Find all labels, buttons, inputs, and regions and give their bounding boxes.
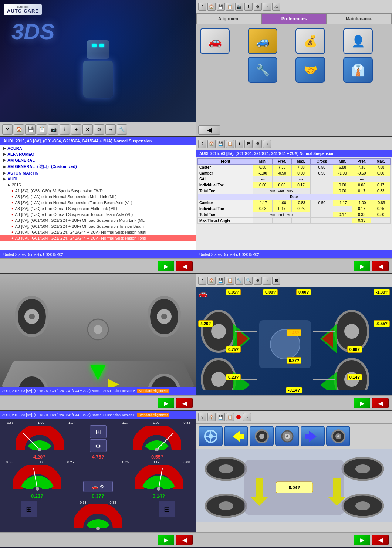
toolbar-wrench[interactable]: 🔧	[117, 124, 127, 135]
spec-total-toe-spacer	[311, 188, 333, 194]
p6-camera[interactable]: 🔧	[235, 277, 243, 285]
vehicle-list[interactable]: ▶ ACURA ▶ ALFA ROMEO ▶ AM GENERAL ▶ AM G…	[0, 145, 196, 251]
specs-settings[interactable]: ⚙	[254, 140, 262, 148]
pref-icon-wrench[interactable]: 🔧	[248, 57, 277, 83]
pref-help-btn[interactable]: ?	[198, 3, 206, 11]
pref-icon-car-orange[interactable]: 🚙	[248, 28, 277, 54]
p6-settings[interactable]: ⚙	[254, 277, 262, 285]
specs-arrow[interactable]: →	[263, 140, 271, 148]
panel7-nav-back[interactable]: ◀	[176, 535, 193, 545]
list-item-a1[interactable]: ● A1 [8X], (G58, G60) S1 Sports Suspensi…	[0, 188, 196, 194]
toolbar-next[interactable]: →	[105, 124, 116, 135]
toolbar-camera[interactable]: 📷	[48, 124, 58, 135]
bottom-icon-right[interactable]: ⊟	[159, 501, 175, 517]
panel7-nav-next[interactable]: ▶	[158, 535, 174, 545]
p8-help[interactable]: ?	[198, 413, 206, 421]
list-item-a3-etron-ml[interactable]: ● A3 [8V], (1JA) e-tron Normal Suspensio…	[0, 194, 196, 200]
pref-icon-money[interactable]: 💰	[295, 28, 325, 54]
pref-info-btn[interactable]: ℹ	[244, 3, 253, 11]
pref-icon-person[interactable]: 👤	[343, 28, 373, 54]
pref-icon-hand[interactable]: 🤝	[295, 57, 325, 83]
p6-zoom[interactable]: 🔍	[244, 277, 253, 285]
pref-back-btn[interactable]: ◀	[198, 125, 220, 135]
wheel-icon-arrow-left[interactable]	[224, 426, 248, 446]
specs-grid[interactable]: ⊞	[244, 140, 253, 148]
p8-save[interactable]: 💾	[217, 413, 225, 421]
panel8-nav-next[interactable]: ▶	[354, 535, 370, 545]
list-item-audi[interactable]: ▶ AUDI	[0, 176, 196, 182]
panel4-nav-back[interactable]: ◀	[372, 261, 389, 271]
center-icon1[interactable]: ⊞	[90, 425, 107, 438]
list-item-acura[interactable]: ▶ ACURA	[0, 145, 196, 151]
list-item-am-general[interactable]: ▶ AM GENERAL	[0, 157, 196, 163]
wheel-icon-hub[interactable]	[275, 426, 299, 446]
tab-alignment[interactable]: Alignment	[196, 13, 261, 24]
p8-arrow[interactable]: →	[243, 413, 251, 421]
list-item-a3-g01-torsion[interactable]: ● A3 [8V], (G01/G04, G21/G24 + 2UF) Offr…	[0, 223, 196, 229]
list-item-a3-etron-vl[interactable]: ● A3 [8V], (1JA) e-tron Normal Suspensio…	[0, 200, 196, 206]
wheel-icon-car-side[interactable]	[326, 426, 350, 446]
p6-save[interactable]: 💾	[217, 277, 225, 285]
specs-info[interactable]: ℹ	[235, 140, 243, 148]
panel8-nav-back[interactable]: ◀	[372, 535, 389, 545]
pref-icon-person2[interactable]: 👔	[343, 57, 373, 83]
specs-help[interactable]: ?	[198, 140, 206, 148]
list-item-a3-offroad-ml[interactable]: ● A3 [8V], (1JC) e-tron Offroad Suspensi…	[0, 206, 196, 212]
svg-point-66	[219, 501, 233, 510]
tab-preferences[interactable]: Preferences	[261, 13, 327, 24]
toolbar-home[interactable]: 🏠	[14, 124, 24, 135]
toolbar-info[interactable]: ℹ	[60, 124, 70, 135]
tab-maintenance[interactable]: Maintenance	[327, 13, 392, 24]
specs-save[interactable]: 💾	[217, 140, 225, 148]
pref-arrow-btn[interactable]: →	[263, 3, 271, 11]
panel6-nav-next[interactable]: ▶	[354, 398, 370, 408]
list-item-a3-normal-multi[interactable]: ● A3 [8V], (G01/G04, G21/G24, G41/G44 + …	[0, 229, 196, 235]
toolbar-add[interactable]: +	[71, 124, 81, 135]
pref-home-btn[interactable]: 🏠	[207, 3, 216, 11]
pref-save-btn[interactable]: 💾	[217, 3, 225, 11]
list-item-am-general-custom[interactable]: ▶ AM GENERAL（进口）(Customized)	[0, 163, 196, 170]
list-item-a3-offroad-vl[interactable]: ● A3 [8V], (1JC) e-tron Offroad Suspensi…	[0, 212, 196, 217]
p8-home[interactable]: 🏠	[207, 413, 216, 421]
p6-help[interactable]: ?	[198, 277, 206, 285]
p6-arrow[interactable]: →	[263, 277, 271, 285]
wheel-icon-arrow-right[interactable]	[301, 426, 325, 446]
wheel-icon-tire[interactable]	[250, 426, 274, 446]
pref-scale-btn[interactable]: ⚖	[272, 3, 280, 11]
pref-camera-btn[interactable]: 📷	[235, 3, 243, 11]
p6-print[interactable]: 📋	[226, 277, 234, 285]
panel5-nav-next[interactable]: ▶	[158, 398, 174, 408]
panel6-nav-back[interactable]: ◀	[372, 398, 389, 408]
pref-settings-btn[interactable]: ⚙	[254, 3, 262, 11]
toolbar-print[interactable]: 📋	[37, 124, 47, 135]
nav-next-green[interactable]: ▶	[158, 261, 174, 271]
specs-print[interactable]: 📋	[226, 140, 234, 148]
toolbar-close[interactable]: ✕	[82, 124, 93, 135]
p6-home[interactable]: 🏠	[207, 277, 216, 285]
panel4-nav-next[interactable]: ▶	[354, 261, 370, 271]
spec-caster-label: Caster	[198, 165, 253, 170]
align-val-left: 4.20?	[198, 320, 213, 327]
panel5-nav-back[interactable]: ◀	[176, 398, 193, 408]
list-item-2015[interactable]: ▶ 2015	[0, 182, 196, 188]
center-icon2[interactable]: ⚙	[90, 439, 107, 452]
p8-print[interactable]: 📋	[226, 413, 234, 421]
list-item-aston[interactable]: ▶ ASTON MARTIN	[0, 170, 196, 176]
nav-back-red[interactable]: ◀	[176, 261, 193, 271]
p6-grid[interactable]: ⊞	[272, 277, 280, 285]
list-item-a3-g01-ml[interactable]: ● A3 [8V], (G01/G04, G21/G24 + 2UF) Offr…	[0, 217, 196, 223]
list-item-alfa[interactable]: ▶ ALFA ROMEO	[0, 151, 196, 157]
align-val-center-mid: 0.37?	[287, 357, 301, 364]
toolbar-help[interactable]: ?	[2, 124, 13, 135]
bottom-icon-left[interactable]: ⊞	[21, 501, 37, 517]
standard-alignment-badge: Standard Alignment	[137, 389, 169, 393]
center-icons-row2[interactable]: 🚗 ⚙	[83, 481, 113, 492]
pref-print-btn[interactable]: 📋	[226, 3, 234, 11]
toolbar-save[interactable]: 💾	[25, 124, 36, 135]
car-side-icon	[331, 429, 346, 444]
wheel-icon-steering[interactable]	[199, 426, 223, 446]
list-item-a3-selected[interactable]: ● A3 [8V], (G01/G04, G21/G24, G41/G44 + …	[0, 235, 196, 241]
pref-icon-car-red[interactable]: 🚗	[200, 28, 230, 54]
toolbar-settings[interactable]: ⚙	[94, 124, 104, 135]
specs-home[interactable]: 🏠	[207, 140, 216, 148]
